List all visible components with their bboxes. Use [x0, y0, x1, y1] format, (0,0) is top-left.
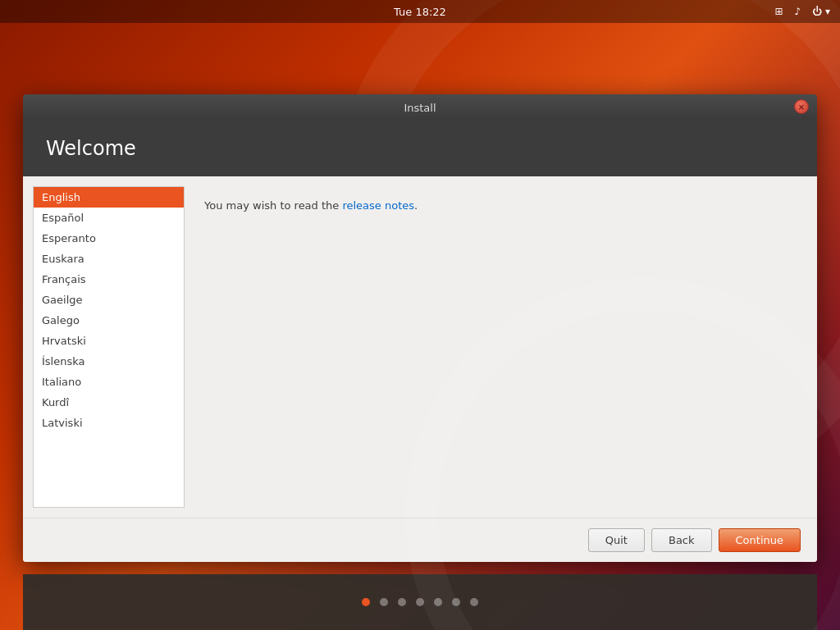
- main-content-area: You may wish to read the release notes.: [185, 186, 807, 508]
- window-content: English Español Esperanto Euskara França…: [23, 176, 817, 518]
- progress-dots: [23, 574, 817, 630]
- lang-item-francais[interactable]: Français: [34, 269, 184, 290]
- dot-6: [452, 598, 460, 606]
- dot-7: [470, 598, 478, 606]
- dot-2: [380, 598, 388, 606]
- description-suffix: .: [414, 199, 418, 212]
- continue-button[interactable]: Continue: [719, 528, 801, 552]
- release-notes-link[interactable]: release notes: [342, 199, 414, 212]
- language-list[interactable]: English Español Esperanto Euskara França…: [33, 186, 185, 508]
- description-text: You may wish to read the release notes.: [204, 199, 788, 212]
- lang-item-english[interactable]: English: [34, 187, 184, 208]
- volume-icon[interactable]: ♪: [791, 4, 804, 19]
- lang-item-kurdi[interactable]: Kurdî: [34, 392, 184, 413]
- page-title: Welcome: [46, 137, 136, 160]
- lang-item-esperanto[interactable]: Esperanto: [34, 228, 184, 249]
- install-window: Install × Welcome English Español Espera…: [23, 94, 817, 562]
- back-button[interactable]: Back: [651, 528, 712, 552]
- lang-item-italiano[interactable]: Italiano: [34, 372, 184, 392]
- title-bar: Install ×: [23, 94, 817, 121]
- lang-item-euskara[interactable]: Euskara: [34, 249, 184, 269]
- lang-item-islenska[interactable]: Íslenska: [34, 351, 184, 372]
- close-button[interactable]: ×: [794, 99, 809, 114]
- window-body: English Español Esperanto Euskara França…: [23, 176, 817, 562]
- button-area: Quit Back Continue: [23, 518, 817, 562]
- window-title: Install: [404, 102, 436, 114]
- lang-item-galego[interactable]: Galego: [34, 310, 184, 331]
- dot-4: [416, 598, 424, 606]
- quit-button[interactable]: Quit: [588, 528, 645, 552]
- dot-1: [362, 598, 370, 606]
- window-header: Welcome: [23, 121, 817, 176]
- lang-item-espanol[interactable]: Español: [34, 208, 184, 228]
- network-icon[interactable]: ⊞: [771, 4, 786, 19]
- top-panel: Tue 18:22 ⊞ ♪ ⏻ ▾: [0, 0, 840, 23]
- clock: Tue 18:22: [394, 6, 446, 18]
- system-tray: ⊞ ♪ ⏻ ▾: [771, 0, 833, 23]
- lang-item-hrvatski[interactable]: Hrvatski: [34, 331, 184, 351]
- lang-item-gaeilge[interactable]: Gaeilge: [34, 290, 184, 310]
- dot-5: [434, 598, 442, 606]
- dot-3: [398, 598, 406, 606]
- lang-item-latviski[interactable]: Latviski: [34, 413, 184, 433]
- description-prefix: You may wish to read the: [204, 199, 342, 212]
- power-icon[interactable]: ⏻ ▾: [809, 4, 833, 19]
